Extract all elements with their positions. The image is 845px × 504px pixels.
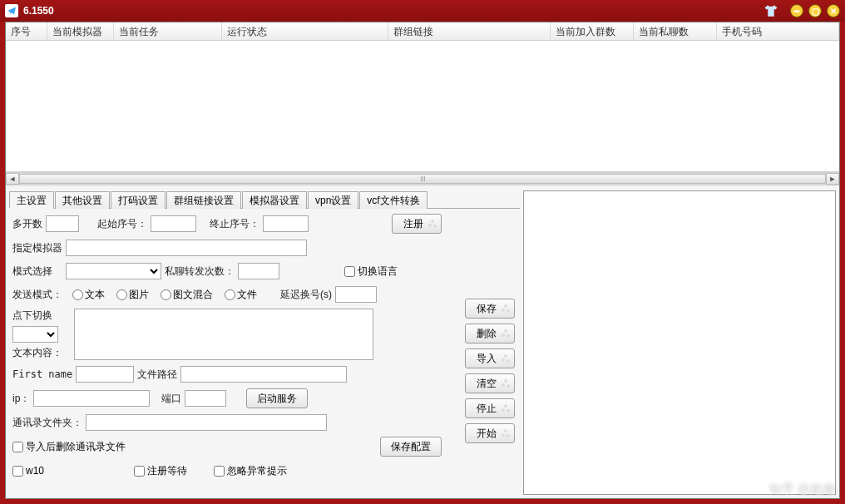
tab-vcf[interactable]: vcf文件转换 [359, 191, 427, 209]
minimize-button[interactable]: ━ [790, 4, 803, 17]
horizontal-scrollbar[interactable]: ◄ ► [6, 172, 839, 185]
pm-forward-input[interactable] [238, 263, 279, 279]
send-mode-label: 发送模式： [12, 288, 62, 302]
col-group-count[interactable]: 当前加入群数 [551, 22, 634, 40]
col-emulator[interactable]: 当前模拟器 [47, 22, 114, 40]
app-icon [5, 4, 18, 17]
assign-emu-label: 指定模拟器 [12, 241, 62, 255]
settings-pane: 主设置 其他设置 打码设置 群组链接设置 模拟器设置 vpn设置 vcf文件转换… [6, 187, 523, 498]
col-phone[interactable]: 手机号码 [717, 22, 839, 40]
mode-select-dropdown[interactable] [66, 263, 161, 279]
first-name-input[interactable] [76, 366, 134, 383]
send-mode-mixed[interactable]: 图文混合 [161, 288, 213, 302]
tab-captcha[interactable]: 打码设置 [111, 191, 166, 209]
stop-button[interactable]: 停止 [465, 398, 515, 418]
scroll-thumb[interactable] [19, 174, 826, 184]
lower-area: 主设置 其他设置 打码设置 群组链接设置 模拟器设置 vpn设置 vcf文件转换… [6, 187, 839, 498]
port-label: 端口 [161, 392, 181, 406]
tab-strip: 主设置 其他设置 打码设置 群组链接设置 模拟器设置 vpn设置 vcf文件转换 [9, 190, 520, 209]
grid-body[interactable] [6, 41, 839, 172]
titlebar[interactable]: 6.1550 ━ ▢ ✕ [0, 0, 845, 22]
multi-open-input[interactable] [46, 215, 79, 232]
clear-button[interactable]: 清空 [465, 373, 515, 393]
tab-other[interactable]: 其他设置 [55, 191, 110, 209]
file-path-label: 文件路径 [137, 368, 177, 382]
tab-emulator[interactable]: 模拟器设置 [242, 191, 307, 209]
grid-header: 序号 当前模拟器 当前任务 运行状态 群组链接 当前加入群数 当前私聊数 手机号… [6, 22, 839, 41]
ignore-exception-checkbox[interactable]: 忽略异常提示 [214, 464, 287, 478]
close-button[interactable]: ✕ [827, 4, 840, 17]
text-content-textarea[interactable] [74, 309, 373, 360]
delete-contacts-checkbox[interactable]: 导入后删除通讯录文件 [12, 440, 126, 454]
tab-vpn[interactable]: vpn设置 [308, 191, 358, 209]
log-panel[interactable] [523, 190, 836, 495]
delay-label: 延迟换号(s) [280, 288, 332, 302]
ip-label: ip： [12, 392, 30, 406]
import-button[interactable]: 导入 [465, 348, 515, 368]
end-seq-label: 终止序号： [210, 217, 259, 231]
file-path-input[interactable] [180, 366, 347, 383]
pm-forward-label: 私聊转发次数： [165, 264, 235, 279]
tab-group-link[interactable]: 群组链接设置 [166, 191, 241, 209]
send-mode-text[interactable]: 文本 [72, 288, 105, 302]
side-button-column: 保存 删除 导入 清空 停止 开始 [465, 299, 515, 443]
switch-lang-checkbox[interactable]: 切换语言 [344, 264, 398, 279]
delay-input[interactable] [335, 286, 377, 303]
tab-main[interactable]: 主设置 [9, 191, 54, 209]
w10-checkbox[interactable]: w10 [12, 465, 44, 477]
col-group-link[interactable]: 群组链接 [388, 22, 551, 40]
click-switch-select[interactable] [12, 326, 58, 343]
click-switch-label: 点下切换 [12, 309, 71, 323]
send-mode-file[interactable]: 文件 [225, 288, 257, 302]
first-name-label: First name [12, 368, 72, 380]
col-seq[interactable]: 序号 [6, 22, 47, 40]
contacts-folder-input[interactable] [86, 414, 327, 431]
scroll-track[interactable] [19, 173, 826, 185]
assign-emu-input[interactable] [66, 240, 307, 256]
data-grid: 序号 当前模拟器 当前任务 运行状态 群组链接 当前加入群数 当前私聊数 手机号… [6, 22, 839, 172]
end-seq-input[interactable] [263, 215, 309, 232]
port-input[interactable] [185, 390, 226, 407]
start-seq-label: 起始序号： [97, 217, 147, 231]
col-status[interactable]: 运行状态 [222, 22, 388, 40]
window-title: 6.1550 [23, 5, 763, 17]
col-pm-count[interactable]: 当前私聊数 [634, 22, 717, 40]
save-config-button[interactable]: 保存配置 [380, 437, 442, 457]
delete-button[interactable]: 删除 [465, 324, 515, 343]
window-controls: ━ ▢ ✕ [763, 3, 840, 18]
maximize-button[interactable]: ▢ [808, 4, 822, 17]
save-button[interactable]: 保存 [465, 299, 515, 319]
text-content-label: 文本内容： [12, 346, 71, 360]
multi-open-label: 多开数 [12, 217, 42, 231]
main-settings-form: 多开数 起始序号： 终止序号： 注册 指定模拟器 [9, 209, 520, 495]
start-service-button[interactable]: 启动服务 [246, 388, 308, 408]
contacts-folder-label: 通讯录文件夹： [12, 416, 82, 430]
mode-select-label: 模式选择 [12, 264, 52, 279]
ip-input[interactable] [33, 390, 150, 407]
reg-wait-checkbox[interactable]: 注册等待 [134, 464, 187, 478]
send-mode-image[interactable]: 图片 [116, 288, 149, 302]
col-task[interactable]: 当前任务 [114, 22, 222, 40]
shirt-icon[interactable] [763, 3, 778, 18]
start-button[interactable]: 开始 [465, 423, 515, 443]
scroll-left-arrow[interactable]: ◄ [6, 173, 19, 185]
start-seq-input[interactable] [151, 215, 196, 232]
app-window: 6.1550 ━ ▢ ✕ 序号 当前模拟器 当前任务 运行状态 群组链接 当前加… [0, 0, 845, 504]
scroll-right-arrow[interactable]: ► [826, 173, 839, 185]
client-area: 序号 当前模拟器 当前任务 运行状态 群组链接 当前加入群数 当前私聊数 手机号… [5, 22, 840, 499]
register-button[interactable]: 注册 [392, 214, 442, 234]
